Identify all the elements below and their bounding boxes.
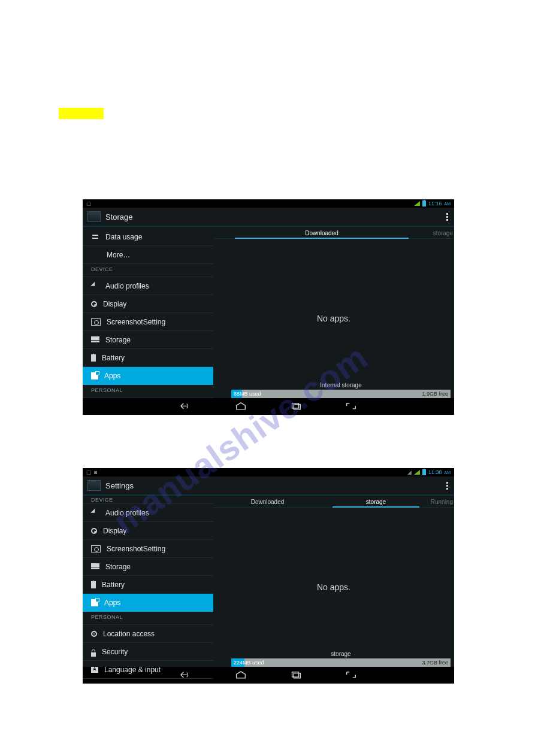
storage-summary-title: Internal storage xyxy=(231,382,451,388)
sidebar-item-storage[interactable]: Storage xyxy=(83,558,213,576)
clock-ampm: AM xyxy=(445,202,451,206)
recent-apps-icon[interactable] xyxy=(289,402,303,411)
empty-state-text: No apps. xyxy=(213,508,454,667)
clock-ampm: AM xyxy=(445,470,451,475)
settings-app-icon xyxy=(87,480,101,491)
sidebar-item-label: Audio profiles xyxy=(105,282,149,290)
tab-storage[interactable]: storage xyxy=(430,230,454,238)
apps-icon xyxy=(91,599,98,606)
action-bar: Settings xyxy=(83,476,454,496)
empty-state-text: No apps. xyxy=(213,239,454,398)
sidebar-item-label: Language & input xyxy=(104,666,161,674)
sidebar-item-label: Audio profiles xyxy=(105,509,149,517)
battery-icon xyxy=(422,469,426,475)
storage-bar-track: 86MB used 1.9GB free xyxy=(231,390,451,398)
recent-apps-icon[interactable] xyxy=(289,670,303,680)
status-bar: ▢ 11:16 AM xyxy=(83,199,454,208)
sidebar-item-location-access[interactable]: Location access xyxy=(83,625,213,643)
sidebar-item-label: Data usage xyxy=(105,233,142,241)
sidebar-item-apps[interactable]: Apps xyxy=(83,367,213,385)
status-bar: ▢ ◙ ◢ 11:38 AM xyxy=(83,468,454,476)
apps-panel: DownloadedstorageRunning No apps. storag… xyxy=(213,496,454,667)
storage-bar-track: 224MB used 3.7GB free xyxy=(231,658,451,667)
sidebar-section-device-cut: DEVICE xyxy=(83,497,213,504)
back-icon[interactable] xyxy=(179,670,192,680)
sidebar-item-battery[interactable]: Battery xyxy=(83,349,213,367)
sidebar-item-more-[interactable]: More… xyxy=(83,246,213,264)
tab-storage[interactable]: storage xyxy=(322,499,430,507)
page-title: Settings xyxy=(105,481,134,490)
loc-icon xyxy=(91,631,97,637)
lock-icon xyxy=(91,652,96,657)
screenshot-apps-downloaded: ▢ 11:16 AM Storage Data usageMore…DEVICE… xyxy=(83,199,454,415)
battery-icon xyxy=(422,201,426,207)
system-nav-bar xyxy=(83,398,454,415)
sidebar-item-label: Battery xyxy=(102,581,125,589)
storage-summary: storage 224MB used 3.7GB free xyxy=(231,651,451,667)
tab-downloaded[interactable]: Downloaded xyxy=(213,499,322,507)
sidebar-item-label: Location access xyxy=(103,630,155,638)
sidebar-item-label: Apps xyxy=(104,599,120,607)
storage-icon xyxy=(91,336,99,344)
clock-time: 11:16 xyxy=(428,201,442,207)
display-icon xyxy=(91,528,97,534)
sidebar-item-security[interactable]: Security xyxy=(83,643,213,661)
sidebar-item-data-usage[interactable]: Data usage xyxy=(83,228,213,246)
sidebar-section: PERSONAL xyxy=(83,385,213,398)
settings-sidebar: DEVICE Audio profilesDisplayScreenshotSe… xyxy=(83,496,213,667)
tab-downloaded[interactable]: Downloaded xyxy=(213,230,430,238)
sidebar-section: PERSONAL xyxy=(83,612,213,625)
action-bar: Storage xyxy=(83,208,454,227)
display-icon xyxy=(91,301,97,307)
storage-icon xyxy=(91,563,99,571)
batt-icon xyxy=(91,581,96,588)
storage-free-label: 1.9GB free xyxy=(422,391,448,397)
audio-icon xyxy=(91,282,99,290)
tab-running[interactable]: Running xyxy=(430,499,454,507)
overflow-menu-icon[interactable] xyxy=(446,213,449,221)
home-icon[interactable] xyxy=(234,670,247,680)
sidebar-item-label: ScreenshotSetting xyxy=(107,318,165,326)
camera-icon: ◙ xyxy=(94,469,97,475)
sidebar-item-label: Display xyxy=(103,300,126,308)
sidebar-item-battery[interactable]: Battery xyxy=(83,576,213,594)
sidebar-item-language-input[interactable]: Language & input xyxy=(83,661,213,679)
settings-sidebar: Data usageMore…DEVICEAudio profilesDispl… xyxy=(83,227,213,398)
apps-tabs: Downloadedstorage xyxy=(213,227,454,239)
screenshot-apps-storage-tab: ▢ ◙ ◢ 11:38 AM Settings DEVICE Audio pro… xyxy=(83,468,454,684)
clock-time: 11:38 xyxy=(428,469,442,475)
sidebar-item-apps[interactable]: Apps xyxy=(83,594,213,612)
gallery-icon: ▢ xyxy=(86,201,92,207)
overflow-menu-icon[interactable] xyxy=(446,482,449,490)
sidebar-item-storage[interactable]: Storage xyxy=(83,331,213,349)
sidebar-item-display[interactable]: Display xyxy=(83,295,213,313)
audio-icon xyxy=(91,509,99,517)
apps-panel: Downloadedstorage No apps. Internal stor… xyxy=(213,227,454,398)
sidebar-item-label: ScreenshotSetting xyxy=(107,545,165,553)
page-title: Storage xyxy=(105,212,133,221)
sidebar-item-display[interactable]: Display xyxy=(83,522,213,540)
screenshot-icon[interactable] xyxy=(344,670,358,680)
data-icon xyxy=(91,233,99,241)
sidebar-item-label: Security xyxy=(102,648,128,656)
cam-icon xyxy=(91,318,101,326)
sidebar-item-label: Battery xyxy=(102,354,125,362)
screenshot-icon[interactable] xyxy=(344,402,358,411)
cam-icon xyxy=(91,545,101,552)
sidebar-item-audio-profiles[interactable]: Audio profiles xyxy=(83,277,213,295)
wifi-icon: ◢ xyxy=(407,469,412,475)
yellow-highlight xyxy=(59,108,104,119)
gallery-icon: ▢ xyxy=(86,469,92,475)
storage-summary-title: storage xyxy=(231,651,451,657)
apps-tabs: DownloadedstorageRunning xyxy=(213,496,454,508)
sidebar-section: DEVICE xyxy=(83,264,213,277)
sidebar-item-label: Storage xyxy=(105,336,131,344)
home-icon[interactable] xyxy=(234,402,247,411)
back-icon[interactable] xyxy=(179,402,192,411)
storage-used-label: 224MB used xyxy=(234,660,264,666)
sidebar-item-audio-profiles[interactable]: Audio profiles xyxy=(83,504,213,522)
sidebar-item-label: Storage xyxy=(105,563,131,571)
sidebar-item-screenshotsetting[interactable]: ScreenshotSetting xyxy=(83,313,213,331)
sidebar-item-label: More… xyxy=(107,251,130,259)
sidebar-item-screenshotsetting[interactable]: ScreenshotSetting xyxy=(83,540,213,558)
